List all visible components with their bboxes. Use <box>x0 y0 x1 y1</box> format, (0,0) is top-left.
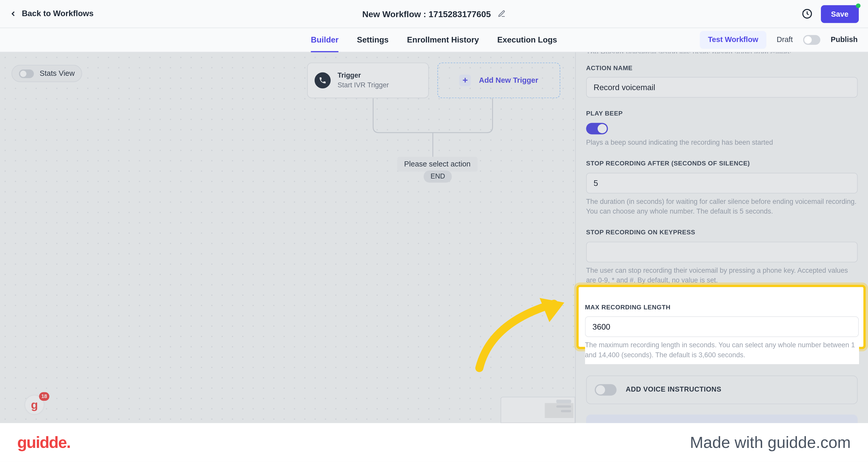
history-icon[interactable] <box>801 8 813 20</box>
minimap[interactable] <box>501 397 575 423</box>
tab-execution-logs[interactable]: Execution Logs <box>497 28 557 52</box>
draft-label: Draft <box>777 35 793 45</box>
test-workflow-button[interactable]: Test Workflow <box>700 31 766 49</box>
tab-settings[interactable]: Settings <box>357 28 389 52</box>
play-beep-toggle[interactable] <box>586 123 608 134</box>
trigger-subtitle: Start IVR Trigger <box>338 81 389 90</box>
voice-instructions-label: ADD VOICE INSTRUCTIONS <box>626 385 721 395</box>
add-trigger-button[interactable]: + Add New Trigger <box>437 62 560 98</box>
stats-view-toggle[interactable]: Stats View <box>11 65 82 82</box>
end-chip: END <box>424 171 452 183</box>
stop-silence-help: The duration (in seconds) for waiting fo… <box>586 197 858 217</box>
trigger-title: Trigger <box>338 71 389 81</box>
voice-instructions-toggle[interactable] <box>595 384 617 395</box>
workflow-canvas[interactable]: Stats View Trigger Start IVR Trigger + A… <box>0 52 575 423</box>
workflow-title: New Workflow : 1715283177605 <box>362 8 491 20</box>
play-beep-label: PLAY BEEP <box>586 110 858 118</box>
stats-toggle[interactable] <box>19 69 34 78</box>
max-length-label: MAX RECORDING LENGTH <box>585 303 859 312</box>
chevron-left-icon <box>9 10 17 18</box>
panel-description-cut: The Record Voicemail action lets users r… <box>586 52 858 53</box>
recording-info-box: Where can I find the Recording? The reco… <box>586 414 858 423</box>
tab-enrollment-history[interactable]: Enrollment History <box>407 28 479 52</box>
select-action-placeholder[interactable]: Please select action <box>397 157 477 172</box>
back-label: Back to Workflows <box>22 8 93 20</box>
stop-keypress-label: STOP RECORDING ON KEYPRESS <box>586 228 858 237</box>
action-name-label: ACTION NAME <box>586 64 858 73</box>
stats-view-label: Stats View <box>40 68 75 79</box>
action-name-input[interactable] <box>586 77 858 98</box>
max-length-help: The maximum recording length in seconds.… <box>585 340 859 360</box>
tab-builder[interactable]: Builder <box>311 28 339 52</box>
publish-label: Publish <box>831 35 858 45</box>
play-beep-help: Plays a beep sound indicating the record… <box>586 138 858 148</box>
max-length-input[interactable] <box>585 316 859 337</box>
stop-keypress-input[interactable] <box>586 242 858 262</box>
edit-icon[interactable] <box>498 10 506 18</box>
voice-instructions-row[interactable]: ADD VOICE INSTRUCTIONS <box>586 375 858 404</box>
stop-silence-label: STOP RECORDING AFTER (SECONDS OF SILENCE… <box>586 159 858 168</box>
back-button[interactable]: Back to Workflows <box>9 8 94 20</box>
trigger-card[interactable]: Trigger Start IVR Trigger <box>307 62 429 98</box>
guidde-logo: guidde. <box>17 431 70 454</box>
connector-lines <box>367 98 498 162</box>
plus-icon: + <box>459 74 471 86</box>
action-settings-panel: The Record Voicemail action lets users r… <box>575 52 868 423</box>
stop-silence-input[interactable] <box>586 173 858 193</box>
made-with-label: Made with guidde.com <box>690 431 851 454</box>
guidde-record-badge[interactable]: g 18 <box>24 394 48 419</box>
save-button[interactable]: Save <box>820 5 859 23</box>
publish-toggle[interactable] <box>803 35 820 45</box>
add-trigger-label: Add New Trigger <box>479 75 538 86</box>
badge-count: 18 <box>39 392 49 401</box>
phone-icon <box>315 72 331 88</box>
stop-keypress-help: The user can stop recording their voicem… <box>586 266 858 285</box>
